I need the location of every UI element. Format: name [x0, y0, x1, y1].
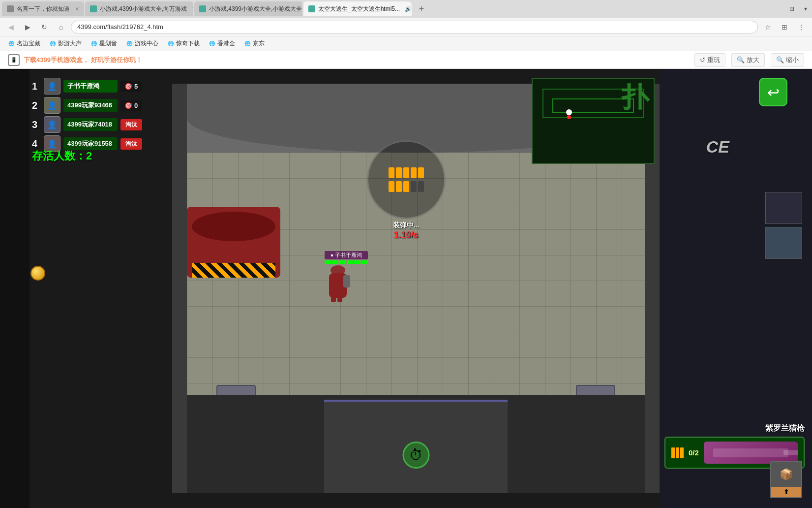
back-arrow-icon: ↩	[767, 84, 780, 101]
address-text: 4399.com/flash/219762_4.htm	[77, 23, 163, 31]
promo-bar: 📱 下载4399手机游戏盒， 好玩手游任你玩！ ↺ 重玩 🔍 放大 🔍 缩小	[0, 51, 812, 69]
browser-chrome: 名言一下，你就知道 ✕ 小游戏,4399小游戏大全,向万游戏 ✕ 小游戏,439…	[0, 0, 812, 69]
zoom-out-label: 缩小	[786, 56, 799, 64]
tab-4-icon	[308, 5, 315, 12]
bookmark-huayin[interactable]: 🌐 星划音	[87, 38, 121, 49]
character-sprite	[325, 265, 352, 302]
bookmark-gamecenter[interactable]: 🌐 游戏中心	[122, 38, 162, 49]
home-button[interactable]: ⌂	[54, 20, 68, 34]
player-character: ♦ 子书干雁鸿	[325, 251, 368, 302]
bookmark-jd[interactable]: 🌐 京东	[240, 38, 269, 49]
zoom-in-button[interactable]: 🔍 放大	[731, 53, 765, 67]
tab-extra-btn2[interactable]: ▾	[801, 4, 810, 13]
room-arch	[187, 84, 645, 153]
bookmarks-bar: 🌐 名边宝藏 🌐 影游大声 🌐 星划音 🌐 游戏中心 🌐 惊奇下载 🌐 香港全 …	[0, 36, 812, 51]
promo-phone-icon: 📱	[8, 54, 20, 66]
tab-extra-btn1[interactable]: ⊟	[786, 4, 797, 13]
tab-3[interactable]: 小游戏,4399小游戏大全,小游戏大全,名游戏... ✕	[194, 1, 302, 16]
replay-button[interactable]: ↺ 重玩	[694, 53, 725, 67]
zoom-out-button[interactable]: 🔍 缩小	[771, 53, 804, 67]
bookmark-3-label: 星划音	[99, 39, 117, 48]
right-panel	[660, 69, 812, 508]
character-health-bar	[325, 260, 368, 264]
tab-4-mute[interactable]: 🔊	[405, 6, 412, 12]
tab-4-label: 太空大逃生_太空大逃生html5...	[318, 5, 400, 13]
back-button[interactable]: ◀	[4, 20, 18, 34]
bookmark-xianggang[interactable]: 🌐 香港全	[205, 38, 239, 49]
tab-1-icon	[7, 5, 14, 12]
bookmark-3-icon: 🌐	[90, 40, 97, 47]
hazard-machine	[187, 207, 280, 295]
tab-3-icon	[199, 5, 206, 12]
bookmark-6-label: 香港全	[217, 39, 235, 48]
promo-highlight: 好玩手游任你玩！	[91, 56, 142, 64]
game-area[interactable]: ♦ 子书干雁鸿 ⏱	[0, 69, 812, 508]
bookmark-4-icon: 🌐	[126, 40, 133, 47]
main-room: ♦ 子书干雁鸿 ⏱	[172, 84, 660, 493]
bookmark-2-icon: 🌐	[49, 40, 56, 47]
refresh-button[interactable]: ↻	[37, 20, 51, 34]
promo-actions: ↺ 重玩 🔍 放大 🔍 缩小	[694, 53, 804, 67]
bookmark-1-label: 名边宝藏	[17, 39, 40, 48]
tab-2[interactable]: 小游戏,4399小游戏大全,向万游戏 ✕	[85, 1, 193, 16]
zoom-out-icon: 🔍	[776, 56, 784, 64]
tab-2-label: 小游戏,4399小游戏大全,向万游戏	[100, 5, 187, 13]
nav-bar: ◀ ▶ ↻ ⌂ 4399.com/flash/219762_4.htm ☆ ⊞ …	[0, 18, 812, 36]
bookmark-yingyu[interactable]: 🌐 影游大声	[45, 38, 86, 49]
tab-1[interactable]: 名言一下，你就知道 ✕	[2, 1, 84, 16]
bookmark-7-label: 京东	[253, 39, 265, 48]
bookmark-5-icon: 🌐	[167, 40, 174, 47]
star-button[interactable]: ☆	[761, 20, 775, 34]
bookmark-1-icon: 🌐	[8, 40, 15, 47]
forward-button[interactable]: ▶	[21, 20, 34, 34]
back-to-menu-button[interactable]: ↩	[759, 78, 787, 106]
zoom-in-icon: 🔍	[737, 56, 745, 64]
left-panel	[0, 69, 30, 508]
tab-2-close[interactable]: ✕	[192, 6, 193, 12]
tab-bar: 名言一下，你就知道 ✕ 小游戏,4399小游戏大全,向万游戏 ✕ 小游戏,439…	[0, 0, 812, 18]
bookmark-mingbian[interactable]: 🌐 名边宝藏	[4, 38, 44, 49]
bookmark-2-label: 影游大声	[58, 39, 82, 48]
tab-2-icon	[90, 5, 97, 12]
tab-1-close[interactable]: ✕	[75, 6, 79, 12]
replay-icon: ↺	[700, 56, 705, 64]
replay-label: 重玩	[707, 56, 720, 64]
bookmark-4-label: 游戏中心	[135, 39, 158, 48]
room-wall-right	[645, 84, 660, 493]
tab-3-label: 小游戏,4399小游戏大全,小游戏大全,名游戏...	[209, 5, 302, 13]
bookmark-5-label: 惊奇下载	[176, 39, 200, 48]
tab-4[interactable]: 太空大逃生_太空大逃生html5... 🔊 ✕	[303, 1, 412, 16]
promo-text: 下载4399手机游戏盒， 好玩手游任你玩！	[24, 56, 142, 64]
room-wall-left	[172, 84, 187, 493]
grid-button[interactable]: ⊞	[778, 20, 791, 34]
timer-pickup: ⏱	[402, 442, 429, 469]
bookmark-7-icon: 🌐	[244, 40, 251, 47]
new-tab-button[interactable]: +	[415, 2, 428, 16]
bookmark-6-icon: 🌐	[209, 40, 215, 47]
zoom-in-label: 放大	[747, 56, 759, 64]
tab-1-label: 名言一下，你就知道	[17, 5, 70, 13]
address-bar[interactable]: 4399.com/flash/219762_4.htm	[71, 21, 758, 33]
promo-main: 下载4399手机游戏盒，	[24, 56, 89, 64]
menu-button[interactable]: ⋮	[794, 20, 808, 34]
bookmark-download[interactable]: 🌐 惊奇下载	[163, 38, 204, 49]
character-name-tag: ♦ 子书干雁鸿	[325, 251, 368, 259]
